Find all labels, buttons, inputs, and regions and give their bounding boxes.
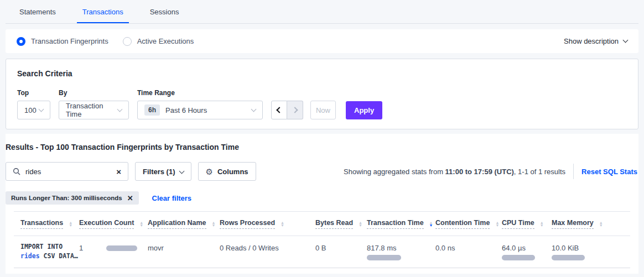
remove-filter-icon[interactable]: ✕ — [127, 194, 133, 202]
time-range-prev-button[interactable] — [271, 101, 287, 119]
clear-search-icon[interactable]: × — [116, 168, 121, 176]
execution-count-value: 1 — [79, 244, 83, 252]
cpu-time-value: 64.0 µs — [502, 244, 526, 252]
results-toolbar: × Filters (1) ⚙ Columns Showing aggregat… — [6, 162, 638, 181]
sort-icon[interactable]: ▲▼ — [69, 221, 72, 227]
clear-filters-link[interactable]: Clear filters — [152, 194, 192, 202]
chevron-right-icon — [292, 107, 298, 113]
columns-button[interactable]: ⚙ Columns — [198, 162, 256, 181]
radio-unselected-icon — [123, 37, 132, 46]
vertical-divider — [573, 164, 574, 179]
table-header-row: Transactions▲▼ Execution Count▲▼ Applica… — [14, 212, 630, 236]
column-header-max-memory[interactable]: Max Memory▲▼ — [545, 212, 630, 236]
cell-max-memory: 10.0 KiB — [545, 236, 630, 268]
gear-icon: ⚙ — [206, 168, 213, 176]
time-range-label: Time Range — [137, 89, 263, 97]
top-select[interactable]: 100 — [17, 101, 50, 119]
time-range-nav — [271, 101, 303, 119]
results-heading: Results - Top 100 Transaction Fingerprin… — [6, 143, 638, 151]
cell-execution-count: 1 — [72, 236, 141, 268]
show-description-label: Show description — [564, 37, 619, 45]
table-name-link[interactable]: rides — [20, 252, 40, 260]
results-section: Results - Top 100 Transaction Fingerprin… — [6, 134, 638, 274]
column-header-rows-processed[interactable]: Rows Processed▲▼ — [213, 212, 309, 236]
sort-icon[interactable]: ▲▼ — [495, 221, 499, 227]
results-table-wrap: Transactions▲▼ Execution Count▲▼ Applica… — [14, 211, 630, 268]
chevron-down-icon — [623, 38, 629, 43]
top-select-value: 100 — [24, 106, 37, 114]
column-header-application-name[interactable]: Application Name▲▼ — [141, 212, 213, 236]
filter-chip: Runs Longer Than: 300 milliseconds ✕ — [6, 191, 139, 205]
sort-icon[interactable]: ▲▼ — [540, 221, 544, 227]
sql-line-2: rides CSV DATA… — [20, 252, 70, 261]
search-icon — [13, 168, 20, 175]
by-group: By Transaction Time — [59, 89, 129, 119]
sort-icon[interactable]: ▲▼ — [429, 221, 433, 227]
by-label: By — [59, 89, 129, 97]
cpu-time-bar — [502, 255, 535, 260]
time-range-group: Time Range 6h Past 6 Hours — [137, 89, 263, 119]
cell-bytes-read: 0 B — [309, 236, 360, 268]
radio-transaction-fingerprints[interactable]: Transaction Fingerprints — [17, 37, 108, 46]
sort-icon[interactable]: ▲▼ — [359, 221, 362, 227]
search-input[interactable] — [25, 168, 116, 176]
sort-icon[interactable]: ▲▼ — [281, 221, 284, 227]
time-range-select[interactable]: 6h Past 6 Hours — [137, 101, 263, 119]
search-criteria-title: Search Criteria — [17, 69, 627, 78]
top-group: Top 100 — [17, 89, 50, 119]
search-box[interactable]: × — [6, 162, 128, 181]
sql-line-2-rest: CSV DATA… — [40, 252, 78, 260]
by-select-value: Transaction Time — [66, 102, 118, 118]
column-header-execution-count[interactable]: Execution Count▲▼ — [72, 212, 141, 236]
active-filters-row: Runs Longer Than: 300 milliseconds ✕ Cle… — [6, 191, 638, 205]
columns-button-label: Columns — [217, 168, 248, 176]
cell-transaction-time: 817.8 ms — [360, 236, 429, 268]
column-header-contention-time[interactable]: Contention Time▲▼ — [429, 212, 495, 236]
column-header-cpu-time[interactable]: CPU Time▲▼ — [495, 212, 545, 236]
search-criteria-controls: Top 100 By Transaction Time Time Range 6… — [17, 89, 627, 119]
filters-button-label: Filters (1) — [143, 168, 175, 176]
chevron-down-icon — [39, 106, 44, 112]
sql-line-1: IMPORT INTO — [20, 242, 70, 252]
radio-active-executions[interactable]: Active Executions — [123, 37, 194, 46]
page-tabs: Statements Transactions Sessions — [6, 0, 638, 24]
radio-label: Transaction Fingerprints — [31, 37, 108, 45]
max-memory-bar — [552, 255, 585, 260]
sort-icon[interactable]: ▲▼ — [212, 221, 216, 227]
stats-suffix: , 1-1 of 1 results — [514, 168, 565, 176]
reset-sql-stats-link[interactable]: Reset SQL Stats — [581, 168, 637, 176]
transactions-page: Statements Transactions Sessions Transac… — [0, 0, 644, 277]
tab-transactions[interactable]: Transactions — [77, 0, 129, 23]
now-button[interactable]: Now — [310, 101, 336, 119]
tab-sessions[interactable]: Sessions — [144, 0, 185, 23]
chevron-left-icon — [276, 107, 282, 113]
sort-icon[interactable]: ▲▼ — [599, 221, 603, 227]
sort-icon[interactable]: ▲▼ — [139, 221, 143, 227]
filter-chip-label: Runs Longer Than: 300 milliseconds — [11, 195, 122, 201]
table-row: IMPORT INTO rides CSV DATA… 1 movr 0 Rea… — [14, 236, 630, 268]
tab-statements[interactable]: Statements — [14, 0, 61, 23]
stats-summary: Showing aggregated stats from 11:00 to 1… — [344, 168, 565, 176]
cell-transaction[interactable]: IMPORT INTO rides CSV DATA… — [14, 236, 72, 268]
column-header-bytes-read[interactable]: Bytes Read▲▼ — [309, 212, 360, 236]
stats-prefix: Showing aggregated stats from — [344, 168, 445, 176]
time-range-value: Past 6 Hours — [165, 106, 207, 114]
filters-button[interactable]: Filters (1) — [135, 162, 191, 181]
execution-count-bar — [106, 245, 137, 251]
chevron-down-icon — [251, 106, 257, 112]
search-criteria-card: Search Criteria Top 100 By Transaction T… — [6, 59, 638, 129]
cell-application-name: movr — [141, 236, 213, 268]
radio-label: Active Executions — [137, 37, 194, 45]
by-select[interactable]: Transaction Time — [59, 101, 129, 119]
transaction-time-bar — [367, 255, 401, 260]
column-header-transactions[interactable]: Transactions▲▼ — [14, 212, 72, 236]
column-header-transaction-time[interactable]: Transaction Time▲▼ — [360, 212, 429, 236]
top-label: Top — [17, 89, 50, 97]
stats-range: 11:00 to 17:59 (UTC) — [445, 168, 514, 176]
time-range-badge: 6h — [144, 104, 160, 116]
cell-contention-time: 0.0 ns — [429, 236, 495, 268]
apply-button[interactable]: Apply — [346, 101, 382, 119]
transaction-statement: IMPORT INTO rides CSV DATA… — [20, 242, 70, 261]
time-range-next-button[interactable] — [287, 101, 303, 119]
show-description-toggle[interactable]: Show description — [564, 37, 627, 45]
